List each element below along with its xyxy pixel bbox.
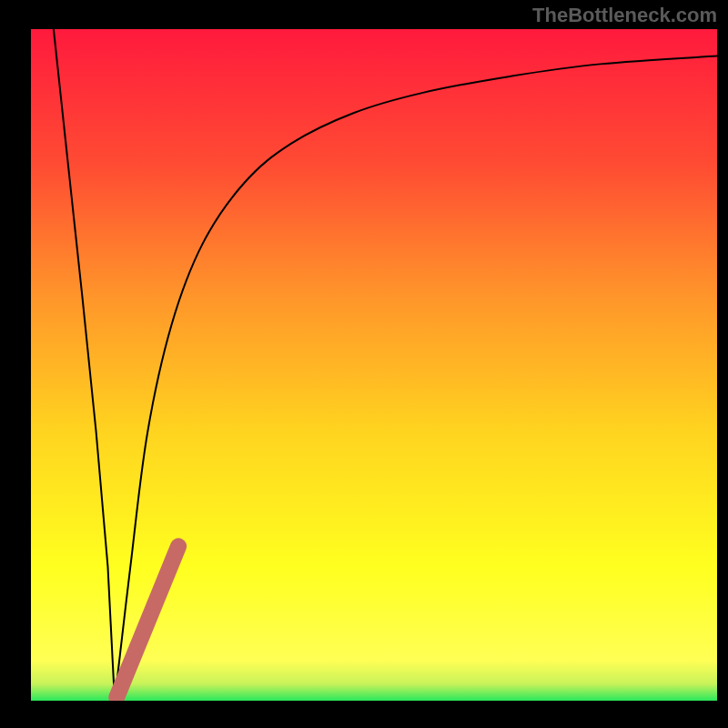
bottleneck-chart (0, 0, 728, 728)
plot-background (31, 29, 717, 701)
chart-frame: TheBottleneck.com (0, 0, 728, 728)
